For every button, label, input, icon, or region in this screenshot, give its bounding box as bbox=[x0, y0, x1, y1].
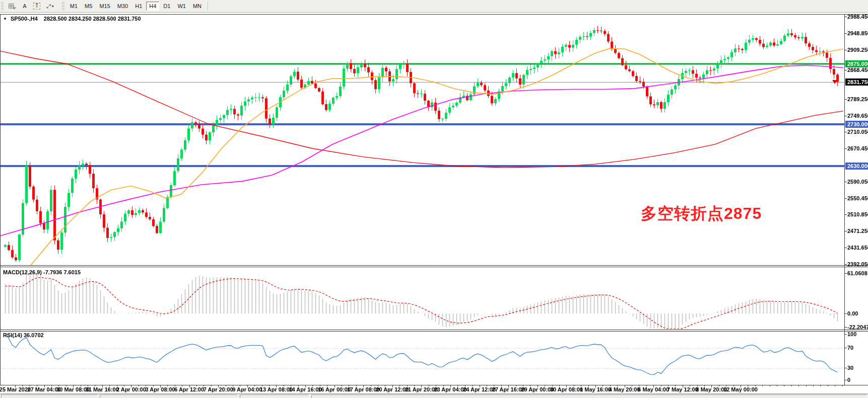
timeframe-button-m30[interactable]: M30 bbox=[114, 2, 131, 11]
timeframe-button-m15[interactable]: M15 bbox=[96, 2, 113, 11]
status-cell-1 bbox=[1, 394, 98, 398]
chevron-down-icon: ▾ bbox=[51, 4, 55, 9]
toolbar-separator bbox=[208, 2, 208, 11]
letter-t-icon: T bbox=[33, 3, 40, 10]
grid-f-tool-button[interactable]: F bbox=[6, 1, 19, 11]
timeframe-button-m5[interactable]: M5 bbox=[82, 2, 95, 11]
text-annotation-tool-button[interactable]: A bbox=[20, 1, 30, 11]
timeframe-button-w1[interactable]: W1 bbox=[174, 2, 189, 11]
f-label: F bbox=[14, 6, 16, 11]
toolbar-grip[interactable] bbox=[1, 2, 4, 10]
price-chart-canvas[interactable] bbox=[0, 0, 868, 398]
timeframe-button-d1[interactable]: D1 bbox=[160, 2, 173, 11]
status-cell-3 bbox=[240, 394, 309, 398]
arrows-tool-button[interactable]: ⤢ ▾ bbox=[44, 1, 57, 11]
status-cell-4 bbox=[311, 394, 867, 398]
status-cell-2 bbox=[100, 394, 238, 398]
letter-a-icon: A bbox=[23, 3, 26, 9]
text-box-tool-button[interactable]: T bbox=[31, 1, 43, 11]
timeframe-button-mn[interactable]: MN bbox=[190, 2, 205, 11]
timeframe-toolbar-grip[interactable] bbox=[62, 2, 64, 10]
trading-platform-window: F A T ⤢ ▾ M1M5M15M30H1H4D1W1MN ▼ SP500-,… bbox=[0, 0, 868, 398]
top-toolbar: F A T ⤢ ▾ M1M5M15M30H1H4D1W1MN bbox=[0, 0, 868, 13]
diagonal-arrows-icon: ⤢ bbox=[46, 3, 51, 10]
timeframe-button-m1[interactable]: M1 bbox=[67, 2, 81, 11]
status-bar bbox=[0, 393, 868, 398]
timeframe-button-h1[interactable]: H1 bbox=[132, 2, 145, 11]
timeframe-button-h4[interactable]: H4 bbox=[146, 2, 159, 11]
timeframe-button-group: M1M5M15M30H1H4D1W1MN bbox=[66, 2, 205, 11]
